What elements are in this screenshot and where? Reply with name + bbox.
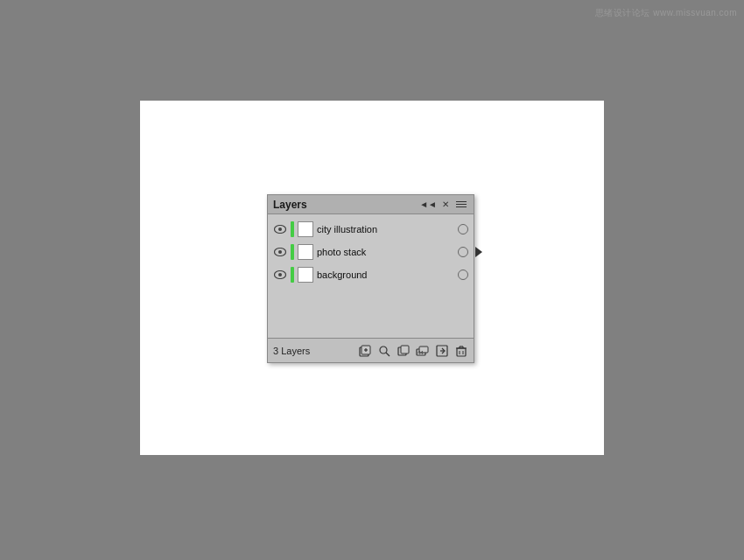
layers-count: 3 Layers (273, 346, 310, 356)
new-layer-button[interactable] (358, 344, 372, 358)
svg-point-1 (278, 228, 282, 231)
layer-visibility-icon[interactable] (273, 268, 287, 282)
move-layer-button[interactable] (435, 344, 449, 358)
svg-text:44: 44 (418, 350, 424, 355)
cursor-indicator (475, 247, 482, 257)
layer-target-circle[interactable] (458, 247, 468, 257)
layers-list: city illustration photo stack (268, 214, 474, 290)
svg-rect-19 (457, 348, 466, 356)
layer-row[interactable]: photo stack (268, 241, 474, 263)
layer-visibility-icon[interactable] (273, 222, 287, 236)
panel-menu-button[interactable] (454, 200, 468, 209)
panel-header: Layers ◄◄ ✕ (268, 195, 474, 214)
layer-color-bar (291, 244, 294, 260)
layer-thumbnail (298, 267, 313, 283)
merge-layers-button[interactable]: 44 (416, 344, 430, 358)
footer-toolbar: 44 (358, 344, 468, 358)
menu-line-2 (456, 204, 467, 205)
delete-layer-button[interactable] (454, 344, 468, 358)
panel-empty-area (268, 290, 474, 338)
layer-name: background (317, 270, 454, 280)
layer-target-circle[interactable] (458, 270, 468, 280)
duplicate-layer-button[interactable] (397, 344, 411, 358)
panel-header-controls: ◄◄ ✕ (419, 200, 468, 209)
watermark: 思绪设计论坛 www.missvuan.com (595, 7, 737, 19)
menu-line-1 (456, 201, 467, 202)
svg-rect-13 (401, 346, 409, 354)
layer-row[interactable]: city illustration (268, 218, 474, 241)
layer-target-circle[interactable] (458, 224, 468, 234)
layer-thumbnail (298, 221, 313, 237)
svg-point-5 (278, 273, 282, 276)
svg-line-11 (386, 353, 390, 356)
panel-title: Layers (273, 199, 307, 211)
panel-footer: 3 Layers (268, 338, 474, 362)
search-layers-button[interactable] (377, 344, 391, 358)
layer-thumbnail (298, 244, 313, 260)
svg-point-10 (380, 346, 387, 354)
panel-close-button[interactable]: ✕ (442, 200, 449, 209)
layer-color-bar (291, 267, 294, 283)
layer-row[interactable]: background (268, 263, 474, 286)
layer-name: photo stack (317, 247, 454, 257)
layers-panel: Layers ◄◄ ✕ city illustration (267, 194, 474, 363)
layer-color-bar (291, 221, 294, 237)
svg-point-3 (278, 250, 282, 254)
menu-line-3 (456, 206, 467, 207)
panel-collapse-button[interactable]: ◄◄ (419, 200, 437, 209)
layer-visibility-icon[interactable] (273, 245, 287, 259)
layer-name: city illustration (317, 224, 454, 234)
